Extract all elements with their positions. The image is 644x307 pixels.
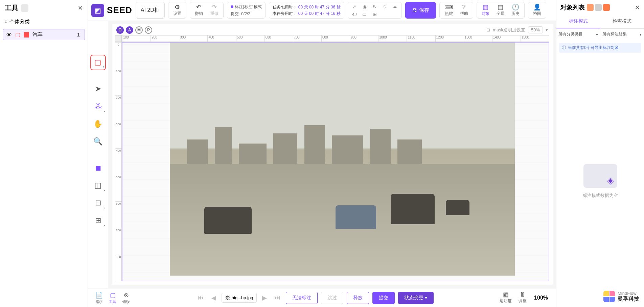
close-icon[interactable]: ✕	[635, 4, 640, 11]
canvas[interactable]	[122, 42, 549, 281]
status-dot-icon	[231, 5, 233, 8]
undo-icon: ↶	[196, 4, 201, 10]
chevron-down-icon: ▾	[640, 32, 642, 37]
ruler-corner	[115, 35, 122, 42]
nav-prev-icon[interactable]: ◀	[209, 293, 218, 303]
timer1-label: 任务包用时：	[273, 4, 297, 10]
mask-opacity-control[interactable]: ⊡ mask透明度设置 50% ▾	[486, 26, 548, 33]
nav-first-icon[interactable]: ⏮	[196, 293, 206, 303]
file-chip[interactable]: 🖼 hig...bp.jpg	[222, 293, 257, 303]
adjust-button[interactable]: 🎚调整	[516, 291, 529, 305]
clock-icon: 🕐	[512, 4, 519, 10]
filter-category[interactable]: 所有分类类目▾	[556, 29, 600, 40]
quick-icon[interactable]: ▭	[361, 11, 368, 17]
bbox-icon: ▢	[110, 291, 116, 299]
quick-icon[interactable]: ↻	[371, 4, 378, 9]
help-button[interactable]: ?帮助	[457, 3, 472, 17]
ai-mode-badge[interactable]: AI 2D框	[136, 2, 165, 19]
top-toolbar: ◩ SEED AI 2D框 ⚙ 设置 ↶ 撤销 ↷ 重做 标注(标注)模式 提交…	[88, 0, 556, 21]
quick-icon[interactable]: 🏷	[351, 11, 358, 17]
tab-requirement[interactable]: 📄需求	[93, 290, 106, 306]
person-icon: 👤	[533, 4, 541, 10]
help-group: ⌨热键 ?帮助	[439, 2, 473, 19]
quick-icon[interactable]: ♡	[381, 4, 389, 9]
export-notice: ⓘ 当前共有0个可导出标注对象	[559, 43, 641, 53]
quick-icon[interactable]	[391, 11, 399, 17]
category-toggle[interactable]: ▽ 个体分类	[0, 16, 88, 28]
quick-icon[interactable]: ⊞	[371, 11, 378, 17]
eye-icon[interactable]: 👁	[6, 32, 12, 38]
empty-illustration	[583, 164, 617, 188]
badge-a[interactable]: A	[126, 26, 133, 34]
main-column: ◩ SEED AI 2D框 ⚙ 设置 ↶ 撤销 ↷ 重做 标注(标注)模式 提交…	[88, 0, 556, 307]
pointer-tool[interactable]: ➤	[90, 81, 106, 97]
save-button[interactable]: 🖫 保存	[405, 2, 436, 19]
panel-icon-1[interactable]	[587, 4, 594, 11]
bottom-center: ⏮ ◀ 🖼 hig...bp.jpg ▶ ⏭ 无法标注 跳过 释放 提交 状态变…	[137, 292, 492, 304]
quick-icon[interactable]: ◉	[361, 4, 368, 9]
multi-select-tool[interactable]: ⁂▸	[90, 99, 106, 114]
save-icon: 🖫	[412, 7, 417, 13]
timer2-label: 本任务用时：	[273, 11, 297, 17]
collab-button[interactable]: 👤协同	[530, 3, 545, 17]
quick-icon[interactable]	[381, 11, 389, 17]
tab-error[interactable]: ⊗错误	[120, 290, 133, 306]
annotation-image[interactable]	[170, 43, 515, 276]
mode-info: 标注(标注)模式 提交:0/2/2	[227, 2, 266, 19]
grid-tool[interactable]: ⊞▸	[90, 213, 106, 228]
submit-button[interactable]: 提交	[372, 292, 395, 304]
class-item-car[interactable]: 👁 ▢ 汽车 1	[3, 29, 85, 40]
logo-text: SEED	[107, 5, 132, 16]
zoom-value[interactable]: 100%	[531, 295, 551, 301]
badge-m[interactable]: M	[135, 26, 143, 34]
tab-inspect-mode[interactable]: 检查模式	[600, 15, 644, 28]
undo-button[interactable]: ↶ 撤销	[193, 3, 205, 17]
panel-icon-2[interactable]	[595, 4, 602, 11]
help-icon: ?	[462, 4, 466, 10]
opacity-button[interactable]: ▩透明度	[497, 291, 514, 305]
copy-icon[interactable]	[21, 4, 28, 12]
redo-button[interactable]: ↷ 重做	[208, 3, 221, 17]
bbox-tool[interactable]: ▢▸	[90, 55, 106, 70]
filter-result[interactable]: 所有标注结果▾	[600, 29, 644, 40]
badge-o[interactable]: O	[116, 26, 124, 34]
mask-value[interactable]: 50%	[528, 26, 543, 33]
cant-annotate-button[interactable]: 无法标注	[286, 292, 318, 304]
split-h-tool[interactable]: ⊟▸	[90, 195, 106, 211]
grid-icon: ▦	[483, 4, 488, 10]
ruler-horizontal: 1002003004005006007008009001000110012001…	[122, 35, 549, 42]
settings-button[interactable]: ⚙ 设置	[171, 3, 183, 17]
class-name: 汽车	[32, 31, 74, 38]
left-panel-header: 工具 ✕	[0, 0, 88, 16]
status-change-button[interactable]: 状态变更 ▾	[398, 292, 434, 304]
zoom-tool[interactable]: 🔍	[90, 134, 106, 149]
hand-tool[interactable]: ✋	[90, 116, 106, 132]
hotkey-button[interactable]: ⌨热键	[441, 3, 457, 17]
settings-group: ⚙ 设置	[168, 2, 186, 19]
fill-tool[interactable]: ◼	[90, 160, 106, 176]
tab-annotate-mode[interactable]: 标注模式	[556, 15, 600, 28]
tab-tool[interactable]: ▢工具	[106, 290, 119, 306]
chevron-down-icon: ▾	[546, 27, 548, 32]
release-button[interactable]: 释放	[347, 292, 369, 304]
history-button[interactable]: 🕐历史	[508, 3, 523, 17]
brand-text: MindFlow 曼孚科技	[618, 291, 639, 302]
close-icon[interactable]: ✕	[78, 4, 83, 12]
nav-last-icon[interactable]: ⏭	[272, 293, 282, 303]
logo[interactable]: ◩ SEED	[91, 2, 132, 19]
submit-label: 提交:	[231, 11, 240, 17]
gear-icon: ⚙	[175, 4, 180, 10]
nav-next-icon[interactable]: ▶	[260, 293, 269, 303]
right-panel: 对象列表 ✕ 标注模式 检查模式 所有分类类目▾ 所有标注结果▾ ⓘ 当前共有0…	[556, 0, 644, 307]
panel-icon-3[interactable]	[603, 4, 610, 11]
quick-icon[interactable]: ⏶	[391, 4, 399, 9]
objects-button[interactable]: ▦对象	[478, 3, 493, 17]
error-icon: ⊗	[124, 291, 129, 299]
global-button[interactable]: ▤全局	[493, 3, 508, 17]
quick-icon[interactable]: ⤢	[351, 4, 358, 9]
skip-button[interactable]: 跳过	[321, 292, 343, 304]
badge-p[interactable]: P	[145, 26, 152, 34]
split-v-tool[interactable]: ◫▸	[90, 178, 106, 193]
left-panel: 工具 ✕ ▽ 个体分类 👁 ▢ 汽车 1	[0, 0, 88, 307]
category-label: 个体分类	[9, 19, 30, 25]
